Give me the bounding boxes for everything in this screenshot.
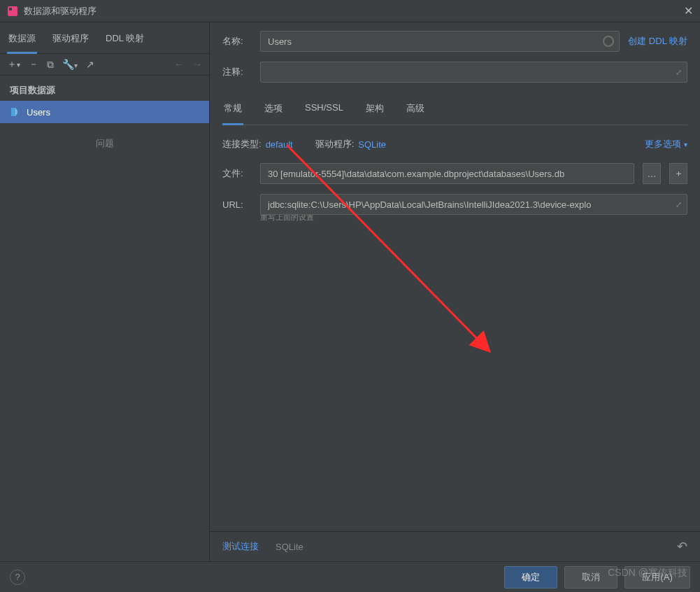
- close-icon[interactable]: ✕: [684, 4, 693, 17]
- sidebar: 数据源 驱动程序 DDL 映射 ＋▾ － ⧉ 🔧▾ ↗ ← → 项目数据源 Us…: [0, 22, 210, 561]
- tab-datasource[interactable]: 数据源: [7, 28, 37, 54]
- file-label: 文件:: [222, 167, 252, 180]
- conn-type-label: 连接类型:: [222, 138, 262, 150]
- tab-general[interactable]: 常规: [222, 97, 243, 125]
- title-bar: 数据源和驱动程序 ✕: [0, 0, 700, 22]
- tab-ddl-mapping[interactable]: DDL 映射: [104, 28, 145, 53]
- name-input[interactable]: [260, 31, 620, 52]
- app-icon: [7, 6, 18, 17]
- sidebar-tabs: 数据源 驱动程序 DDL 映射: [0, 22, 209, 54]
- help-icon[interactable]: ?: [10, 570, 25, 585]
- duplicate-icon[interactable]: ⧉: [47, 59, 54, 71]
- browse-button[interactable]: …: [643, 163, 661, 184]
- sidebar-item-label: Users: [27, 107, 50, 118]
- ok-button[interactable]: 确定: [504, 566, 557, 589]
- remove-icon[interactable]: －: [29, 58, 38, 71]
- meta-row: 连接类型: default 驱动程序: SQLite 更多选项 ▾: [222, 138, 687, 150]
- driver-value[interactable]: SQLite: [358, 139, 386, 150]
- test-connection-link[interactable]: 测试连接: [222, 540, 259, 553]
- settings-icon[interactable]: 🔧▾: [62, 59, 78, 70]
- watermark: CSDN @寒依科技: [608, 567, 687, 579]
- expand-icon[interactable]: ⤢: [676, 68, 682, 77]
- sidebar-item-users[interactable]: Users: [0, 101, 209, 123]
- tab-sshssl[interactable]: SSH/SSL: [303, 97, 345, 125]
- content-panel: 名称: 创建 DDL 映射 注释: ⤢ 常规 选项 SSH/SSL 架构 高级 …: [210, 22, 700, 561]
- more-options-link[interactable]: 更多选项 ▾: [645, 138, 687, 150]
- undo-icon[interactable]: ↶: [677, 539, 687, 554]
- url-input[interactable]: [260, 194, 687, 215]
- dialog-footer: ? 确定 取消 应用(A): [0, 561, 700, 592]
- expand-url-icon[interactable]: ⤢: [676, 200, 682, 209]
- tab-schema[interactable]: 架构: [364, 97, 385, 125]
- sidebar-toolbar: ＋▾ － ⧉ 🔧▾ ↗ ← →: [0, 54, 209, 76]
- comment-input[interactable]: [260, 62, 687, 83]
- file-input[interactable]: [260, 163, 634, 184]
- external-icon[interactable]: ↗: [86, 59, 94, 70]
- name-label: 名称:: [222, 35, 252, 48]
- status-driver: SQLite: [276, 542, 303, 552]
- tab-advanced[interactable]: 高级: [405, 97, 426, 125]
- conn-type-value[interactable]: default: [266, 139, 293, 150]
- tab-driver[interactable]: 驱动程序: [51, 28, 90, 53]
- forward-icon[interactable]: →: [192, 59, 202, 70]
- back-icon[interactable]: ←: [174, 59, 184, 70]
- url-label: URL:: [222, 199, 252, 210]
- sidebar-problems[interactable]: 问题: [0, 123, 209, 164]
- add-file-button[interactable]: ＋: [669, 163, 687, 184]
- add-icon[interactable]: ＋▾: [7, 58, 20, 71]
- status-row: 测试连接 SQLite ↶: [210, 531, 700, 561]
- svg-rect-1: [9, 8, 12, 10]
- sidebar-section-title: 项目数据源: [0, 76, 209, 101]
- window-title: 数据源和驱动程序: [24, 5, 684, 17]
- content-tabs: 常规 选项 SSH/SSL 架构 高级: [222, 97, 687, 125]
- color-ring-icon[interactable]: [603, 36, 614, 47]
- driver-label: 驱动程序:: [315, 138, 355, 150]
- sqlite-icon: [10, 106, 21, 118]
- tab-options[interactable]: 选项: [263, 97, 284, 125]
- comment-label: 注释:: [222, 66, 252, 78]
- create-ddl-link[interactable]: 创建 DDL 映射: [628, 35, 687, 48]
